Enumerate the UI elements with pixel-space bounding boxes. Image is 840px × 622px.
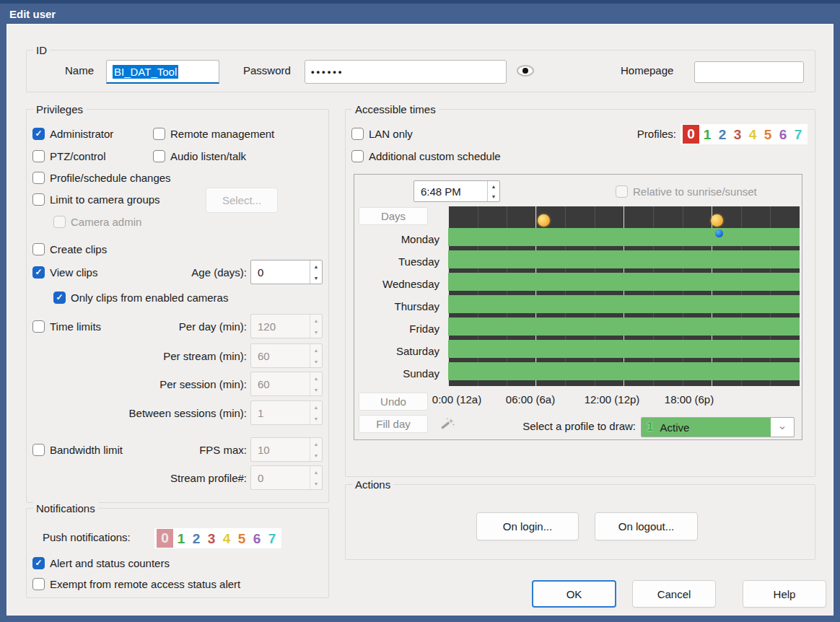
additional-schedule-row[interactable]: Additional custom schedule xyxy=(351,148,501,164)
spinner-arrows-icon[interactable] xyxy=(487,181,499,201)
ptz-control-checkbox[interactable] xyxy=(32,150,45,162)
remote-management-checkbox[interactable] xyxy=(153,128,165,140)
audio-listen-talk-checkbox[interactable] xyxy=(153,150,165,162)
lan-only-row[interactable]: LAN only xyxy=(351,126,413,141)
schedule-row-thursday[interactable] xyxy=(448,295,800,313)
select-camera-groups-button[interactable]: Select... xyxy=(206,188,278,213)
push-digit-4[interactable]: 4 xyxy=(219,530,234,548)
between-sessions-spinner[interactable]: 1 xyxy=(250,400,323,425)
schedule-row-wednesday[interactable] xyxy=(448,273,800,291)
schedule-rows xyxy=(448,228,800,385)
profile-digit-0[interactable]: 0 xyxy=(683,125,699,144)
push-digit-7[interactable]: 7 xyxy=(265,530,279,548)
alert-counters-checkbox[interactable] xyxy=(32,557,45,569)
profile-digit-6[interactable]: 6 xyxy=(776,126,790,144)
relative-sunrise-row[interactable]: Relative to sunrise/sunset xyxy=(616,183,757,199)
profile-digit-7[interactable]: 7 xyxy=(791,126,805,144)
push-digit-0[interactable]: 0 xyxy=(157,529,173,548)
days-button[interactable]: Days xyxy=(359,207,428,225)
on-logout-button[interactable]: On logout... xyxy=(595,512,698,540)
ptz-control-row[interactable]: PTZ/control xyxy=(32,148,106,164)
exempt-label: Exempt from remote access status alert xyxy=(50,578,240,590)
per-stream-spinner[interactable]: 60 xyxy=(250,343,323,368)
age-days-label: Age (days): xyxy=(99,266,247,279)
push-digit-6[interactable]: 6 xyxy=(250,530,264,548)
additional-schedule-checkbox[interactable] xyxy=(351,150,364,162)
audio-listen-talk-row[interactable]: Audio listen/talk xyxy=(153,148,246,164)
on-login-button[interactable]: On login... xyxy=(476,512,579,540)
relative-sunrise-checkbox[interactable] xyxy=(616,185,628,198)
homepage-input[interactable] xyxy=(694,61,804,83)
profile-digit-1[interactable]: 1 xyxy=(700,126,714,144)
push-digit-1[interactable]: 1 xyxy=(174,530,188,548)
reveal-password-icon[interactable] xyxy=(517,63,534,78)
ok-button[interactable]: OK xyxy=(532,580,616,608)
per-day-spinner[interactable]: 120 xyxy=(250,314,323,338)
schedule-row-friday[interactable] xyxy=(448,317,800,336)
remote-management-row[interactable]: Remote management xyxy=(153,126,274,141)
name-label: Name xyxy=(65,64,94,76)
fill-day-button[interactable]: Fill day xyxy=(359,415,428,433)
view-clips-row[interactable]: View clips xyxy=(32,264,97,280)
spinner-arrows-icon[interactable] xyxy=(310,401,322,424)
administrator-row[interactable]: Administrator xyxy=(32,126,113,141)
create-clips-checkbox[interactable] xyxy=(32,243,45,255)
administrator-checkbox[interactable] xyxy=(32,128,45,140)
spinner-arrows-icon[interactable] xyxy=(310,315,322,338)
limit-camera-groups-row[interactable]: Limit to camera groups xyxy=(32,191,160,207)
time-limits-row[interactable]: Time limits xyxy=(32,318,101,334)
exempt-checkbox[interactable] xyxy=(32,578,45,590)
bandwidth-limit-checkbox[interactable] xyxy=(32,444,45,456)
push-notifications-digit-strip[interactable]: 0 1 2 3 4 5 6 7 xyxy=(154,528,281,548)
camera-admin-row[interactable]: Camera admin xyxy=(53,214,141,229)
schedule-row-sunday[interactable] xyxy=(448,362,800,380)
profile-digit-4[interactable]: 4 xyxy=(745,126,760,144)
profile-schedule-changes-row[interactable]: Profile/schedule changes xyxy=(32,170,171,185)
name-input[interactable]: BI_DAT_Tool xyxy=(106,60,219,84)
limit-camera-groups-checkbox[interactable] xyxy=(32,193,45,206)
undo-button[interactable]: Undo xyxy=(359,393,428,411)
password-input[interactable]: •••••• xyxy=(305,60,507,84)
on-login-label: On login... xyxy=(503,520,552,533)
schedule-grid[interactable] xyxy=(448,206,800,386)
fps-max-label: FPS max: xyxy=(99,444,247,456)
lan-only-checkbox[interactable] xyxy=(351,128,364,140)
alert-counters-row[interactable]: Alert and status counters xyxy=(32,555,170,571)
only-clips-row[interactable]: Only clips from enabled cameras xyxy=(53,289,228,305)
help-button[interactable]: Help xyxy=(743,580,826,608)
cancel-button[interactable]: Cancel xyxy=(632,580,716,608)
spinner-arrows-icon[interactable] xyxy=(310,344,322,367)
exempt-row[interactable]: Exempt from remote access status alert xyxy=(32,576,240,592)
profile-digit-3[interactable]: 3 xyxy=(730,126,745,144)
view-clips-checkbox[interactable] xyxy=(32,266,45,279)
camera-admin-checkbox[interactable] xyxy=(53,216,66,228)
schedule-row-saturday[interactable] xyxy=(448,340,800,358)
password-label: Password xyxy=(243,64,291,76)
profile-digit-5[interactable]: 5 xyxy=(761,126,775,144)
spinner-arrows-icon[interactable] xyxy=(310,260,322,284)
time-limits-checkbox[interactable] xyxy=(32,320,45,333)
lan-only-label: LAN only xyxy=(369,128,413,140)
profile-digit-2[interactable]: 2 xyxy=(715,126,730,144)
chevron-down-icon[interactable] xyxy=(771,418,794,437)
spinner-arrows-icon[interactable] xyxy=(310,438,322,461)
spinner-arrows-icon[interactable] xyxy=(310,372,322,395)
per-session-spinner[interactable]: 60 xyxy=(250,372,323,396)
fps-max-spinner[interactable]: 10 xyxy=(250,437,323,462)
profile-schedule-changes-checkbox[interactable] xyxy=(32,172,45,184)
only-clips-checkbox[interactable] xyxy=(53,292,66,304)
profiles-digit-strip[interactable]: 0 1 2 3 4 5 6 7 xyxy=(681,124,808,144)
schedule-row-tuesday[interactable] xyxy=(448,250,800,268)
title-bar[interactable]: Edit user xyxy=(0,0,840,24)
magic-wand-icon[interactable] xyxy=(439,416,456,433)
create-clips-row[interactable]: Create clips xyxy=(32,241,107,257)
schedule-row-monday[interactable] xyxy=(448,228,800,246)
time-spinner[interactable]: 6:48 PM xyxy=(414,180,500,202)
push-digit-2[interactable]: 2 xyxy=(189,530,204,548)
push-digit-3[interactable]: 3 xyxy=(204,530,219,548)
stream-profile-spinner[interactable]: 0 xyxy=(250,465,323,490)
age-days-spinner[interactable]: 0 xyxy=(250,260,323,284)
profile-draw-dropdown[interactable]: 1 Active xyxy=(641,417,795,437)
spinner-arrows-icon[interactable] xyxy=(310,466,322,489)
push-digit-5[interactable]: 5 xyxy=(235,530,249,548)
